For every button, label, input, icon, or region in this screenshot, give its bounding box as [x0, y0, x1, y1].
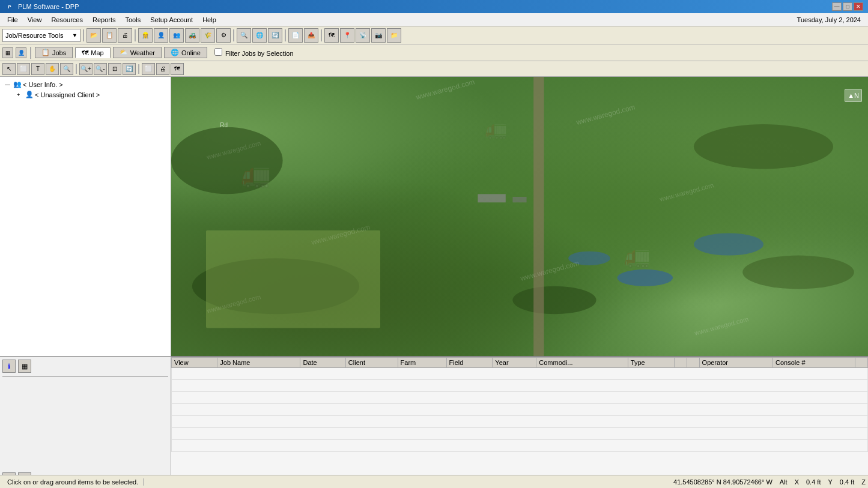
svg-rect-10 [512, 197, 526, 202]
work-area: — 👥 < User Info. > + 👤 < Unassigned Clie… [0, 77, 868, 488]
left-panel: — 👥 < User Info. > + 👤 < Unassigned Clie… [0, 77, 171, 488]
toolbar-btn-folder[interactable]: 📁 [387, 28, 401, 43]
table-row[interactable] [172, 392, 868, 404]
tree-root[interactable]: — 👥 < User Info. > [2, 79, 168, 89]
svg-point-3 [742, 256, 854, 289]
status-y-val: 0.4 ft [840, 478, 854, 486]
close-button[interactable]: ✕ [854, 2, 863, 11]
menu-file[interactable]: File [2, 15, 23, 25]
tree-child-1[interactable]: + 👤 < Unassigned Client > [2, 89, 168, 100]
online-label: Online [181, 49, 201, 56]
tab-weather[interactable]: ⛅ Weather [113, 47, 162, 58]
table-panel: View Job Name Date Client Farm Field Yea… [171, 356, 868, 488]
toolbar-btn-layers[interactable]: 📄 [288, 28, 303, 43]
toolbar-btn-map-b[interactable]: 📍 [340, 28, 354, 43]
toolbar-btn-open[interactable]: 📂 [86, 28, 101, 43]
col-empty1 [674, 358, 687, 368]
toolbar-sep-4 [285, 29, 286, 41]
toolbar-btn-worker[interactable]: 👷 [138, 28, 153, 43]
status-coords: 41.54508285° N 84.90572466° W [673, 478, 772, 486]
toolbar-btn-map-a[interactable]: 🗺 [324, 28, 339, 43]
table-row[interactable] [172, 368, 868, 380]
map-tool-text[interactable]: T [31, 63, 44, 75]
map-sep-1 [76, 64, 77, 74]
toolbar-btn-satellite[interactable]: 📡 [356, 28, 370, 43]
svg-point-5 [617, 270, 673, 286]
toolbar-btn-print[interactable]: 🖨 [118, 28, 132, 43]
toolbar-btn-globe[interactable]: 🌐 [252, 28, 267, 43]
filter-label: Filter Jobs by Selection [214, 48, 294, 57]
map-tool-print[interactable]: 🖨 [156, 63, 169, 75]
map-tool-select[interactable]: ↖ [2, 63, 16, 75]
col-view: View [172, 358, 217, 368]
map-tool-zoom-all[interactable]: 🔄 [123, 63, 136, 75]
left-bottom-btn-grid[interactable]: ▦ [18, 360, 31, 373]
toolbar-btn-person[interactable]: 👤 [154, 28, 168, 43]
map-tool-zoom-out[interactable]: 🔍- [94, 63, 107, 75]
tree-view: — 👥 < User Info. > + 👤 < Unassigned Clie… [0, 77, 171, 356]
left-bottom-btn-info[interactable]: ℹ [2, 360, 16, 373]
svg-point-1 [171, 127, 283, 194]
col-field: Field [446, 358, 493, 368]
menu-view[interactable]: View [23, 15, 47, 25]
tab-map[interactable]: 🗺 Map [75, 47, 110, 58]
tab-online[interactable]: 🌐 Online [164, 47, 207, 58]
tab-jobs[interactable]: 📋 Jobs [35, 47, 73, 58]
menu-reports[interactable]: Reports [88, 15, 121, 25]
menu-setup-account[interactable]: Setup Account [145, 15, 198, 25]
menu-resources[interactable]: Resources [46, 15, 88, 25]
toolbar-btn-zoom[interactable]: 🔍 [237, 28, 251, 43]
col-job-name: Job Name [217, 358, 300, 368]
tree-root-label: < User Info. > [23, 81, 63, 88]
toolbar-btn-list[interactable]: 📋 [102, 28, 117, 43]
svg-point-6 [568, 252, 610, 265]
toolbar-sep-3 [233, 29, 234, 41]
job-resource-tools-dropdown[interactable]: Job/Resource Tools ▼ [2, 29, 80, 42]
small-icon-btn-2[interactable]: 👤 [16, 47, 26, 58]
job-table: View Job Name Date Client Farm Field Yea… [171, 357, 868, 452]
toolbar-btn-field[interactable]: 🌾 [201, 28, 215, 43]
table-row[interactable] [172, 428, 868, 440]
filter-checkbox[interactable] [214, 48, 222, 56]
minimize-button[interactable]: — [832, 2, 842, 11]
map-tool-nav[interactable]: 🗺 [171, 63, 184, 75]
map-tool-magnify[interactable]: 🔍 [60, 63, 73, 75]
col-operator: Operator [699, 358, 772, 368]
tree-child-icon: 👤 [25, 91, 34, 98]
col-farm: Farm [398, 358, 446, 368]
filter-text: Filter Jobs by Selection [225, 50, 294, 57]
svg-point-7 [694, 233, 763, 255]
map-tool-pan[interactable]: ✋ [46, 63, 59, 75]
maximize-button[interactable]: □ [843, 2, 852, 11]
table-row[interactable] [172, 440, 868, 452]
status-z-label: Z [861, 478, 866, 486]
small-icon-btn-1[interactable]: ▦ [2, 47, 13, 58]
table-row[interactable] [172, 380, 868, 392]
map-tool-zoom-rect[interactable]: ⊡ [108, 63, 121, 75]
col-date: Date [300, 358, 345, 368]
toolbar-btn-export[interactable]: 📤 [304, 28, 318, 43]
col-console: Console # [773, 358, 855, 368]
toolbar-btn-settings[interactable]: ⚙ [216, 28, 231, 43]
map-tool-zoom-in[interactable]: 🔍+ [79, 63, 93, 75]
toolbar-btn-camera[interactable]: 📷 [371, 28, 386, 43]
table-row[interactable] [172, 404, 868, 416]
online-icon: 🌐 [171, 49, 179, 56]
col-commodity: Commodi... [536, 358, 628, 368]
table-header-row: View Job Name Date Client Farm Field Yea… [172, 358, 868, 368]
toolbar-btn-refresh[interactable]: 🔄 [268, 28, 282, 43]
toolbar-btn-group1[interactable]: 👥 [169, 28, 184, 43]
map-container[interactable]: Rd www.waregod.com www.waregod.com www.w… [171, 77, 868, 356]
toolbar-btn-tractor[interactable]: 🚜 [185, 28, 199, 43]
menu-help[interactable]: Help [198, 15, 221, 25]
menu-tools[interactable]: Tools [121, 15, 146, 25]
app-title: PLM Software - DPP [18, 3, 79, 10]
title-bar: P PLM Software - DPP — □ ✕ [0, 0, 868, 13]
dropdown-label: Job/Resource Tools [5, 32, 63, 39]
map-sep-2 [138, 64, 139, 74]
map-compass[interactable]: ▲N [845, 89, 862, 102]
map-tool-layer1[interactable]: ⬜ [142, 63, 155, 75]
map-tool-rect[interactable]: ⬜ [17, 63, 30, 75]
table-row[interactable] [172, 416, 868, 428]
tree-child-label: < Unassigned Client > [35, 91, 100, 98]
